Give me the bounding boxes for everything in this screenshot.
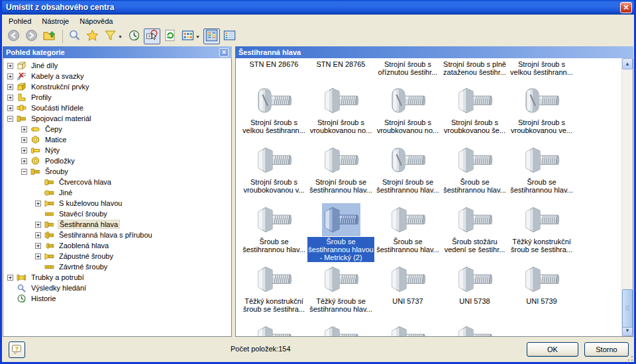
tree-item[interactable]: +Profily — [3, 92, 231, 103]
grid-item[interactable]: STN EN 28765 — [307, 60, 374, 79]
expander-plus-icon[interactable]: + — [7, 105, 13, 111]
expander-plus-icon[interactable]: + — [35, 222, 41, 228]
tree-item[interactable]: +Zaoblená hlava — [3, 240, 231, 251]
tree-item[interactable]: Závrtné šrouby — [3, 261, 231, 272]
tree-item[interactable]: +S kuželovou hlavou — [3, 198, 231, 208]
menu-item-1[interactable]: Nástroje — [36, 16, 74, 26]
grid-item[interactable]: Těžký konstrukčníšroub se šestihra... — [240, 258, 307, 318]
expander-plus-icon[interactable]: + — [7, 275, 13, 281]
tree-item[interactable]: +Šestihranná hlava s přírubou — [3, 230, 231, 240]
expander-plus-icon[interactable]: + — [7, 63, 13, 69]
grid-item[interactable]: Těžký konstrukčníšroub se šestihra... — [508, 199, 575, 258]
grid-item[interactable] — [441, 318, 508, 336]
bolt-icon — [44, 220, 55, 229]
expander-plus-icon[interactable]: + — [7, 73, 13, 79]
grid-item[interactable]: Šroub sešestihrannou hlav... — [374, 199, 441, 258]
grid-item[interactable] — [240, 318, 307, 336]
tree-item[interactable]: +Kabely a svazky — [3, 71, 231, 81]
grid-item[interactable]: UNI 5738 — [441, 258, 508, 318]
expander-minus-icon[interactable]: − — [7, 116, 13, 122]
grid-item[interactable]: Strojní šroub soříznutou šestihr... — [374, 60, 441, 79]
grid-item-label: Strojní šroub svroubkovanou no... — [374, 118, 441, 135]
tree-item[interactable]: +Součásti hřídele — [3, 103, 231, 113]
grid-item[interactable]: Strojní šroub svelkou šestihrann... — [240, 79, 307, 139]
history-button[interactable] — [126, 28, 142, 44]
resize-grip[interactable] — [625, 353, 633, 361]
tree-item[interactable]: −Šrouby — [3, 166, 231, 177]
grid-item[interactable]: Strojní šroub svroubkovanou ve... — [508, 79, 575, 139]
grid-item[interactable]: Strojní šroub s plnězataženou šestihr... — [441, 60, 508, 79]
tree-item[interactable]: Jiné — [3, 187, 231, 198]
tree-item[interactable]: −Spojovací materiál — [3, 113, 231, 124]
expander-plus-icon[interactable]: + — [21, 148, 27, 154]
menu-item-0[interactable]: Pohled — [3, 16, 36, 26]
grid-item[interactable]: Šroub sešestihrannou hlav... — [508, 139, 575, 199]
grid-item[interactable] — [374, 318, 441, 336]
grid-item[interactable]: Těžký šroub sešestihrannou hlav... — [307, 258, 374, 318]
panel-close-icon[interactable]: ✕ — [219, 48, 229, 57]
grid-item[interactable]: Strojní šroub svroubkovanou še... — [441, 79, 508, 139]
tree-item[interactable]: +Nýty — [3, 145, 231, 156]
tree-item[interactable]: +Konstrukční prvky — [3, 81, 231, 92]
grid-item[interactable]: Strojní šroub sešestihrannou hlav... — [374, 139, 441, 199]
tree-item[interactable]: Stavěcí šrouby — [3, 208, 231, 219]
refresh-button[interactable] — [162, 28, 178, 44]
tree-item[interactable]: +Jiné díly — [3, 60, 231, 71]
view-options-button[interactable]: ▼ — [180, 28, 202, 44]
favorites-button[interactable] — [84, 28, 101, 44]
expander-plus-icon[interactable]: + — [7, 95, 13, 101]
scrollbar-track[interactable] — [622, 69, 633, 325]
tree-item[interactable]: +Podložky — [3, 156, 231, 166]
thumbnail-view-button[interactable] — [203, 28, 220, 44]
main-area: Pohled kategorie ✕ +Jiné díly+Kabely a s… — [3, 46, 633, 337]
grid-item[interactable]: Strojní šroub sešestihrannou hlav... — [307, 139, 374, 199]
close-icon[interactable]: ✕ — [620, 2, 632, 13]
grid-item[interactable]: Strojní šroub svelkou šestihrann... — [508, 60, 575, 79]
cancel-button[interactable]: Storno — [584, 342, 629, 357]
scroll-up-icon[interactable]: ▲ — [622, 58, 633, 69]
up-one-level-button[interactable] — [41, 28, 58, 44]
grid-item[interactable]: Strojní šroub svroubokovanou v... — [240, 139, 307, 199]
expander-plus-icon[interactable]: + — [21, 137, 27, 143]
dropdown-arrow-icon[interactable]: ▼ — [118, 34, 123, 39]
grid-item[interactable]: UNI 5737 — [374, 258, 441, 318]
tree-item[interactable]: Čtvercová hlava — [3, 177, 231, 187]
tree-item[interactable]: +Zápustné šrouby — [3, 251, 231, 261]
grid-item[interactable]: UNI 5739 — [508, 258, 575, 318]
grid-item-selected[interactable]: Šroub sešestihrannou hlavou- Metrický (2… — [307, 199, 374, 258]
dropdown-arrow-icon[interactable]: ▼ — [195, 34, 200, 39]
vertical-scrollbar[interactable]: ▲ ▼ — [621, 58, 633, 336]
expander-plus-icon[interactable]: + — [35, 243, 41, 249]
grid-item[interactable]: Šroub stožáruvedení se šestihr... — [441, 199, 508, 258]
ok-button[interactable]: OK — [527, 342, 578, 357]
expander-plus-icon[interactable]: + — [35, 201, 41, 206]
expander-plus-icon[interactable]: + — [7, 84, 13, 90]
tree-item[interactable]: +Šestihranná hlava — [3, 219, 231, 230]
filter-button[interactable]: ▼ — [102, 28, 125, 44]
tree-item[interactable]: +Čepy — [3, 124, 231, 134]
grid-item[interactable]: Strojní šroub svroubkovanou no... — [374, 79, 441, 139]
tree-item[interactable]: +Trubky a potrubí — [3, 272, 231, 283]
expander-plus-icon[interactable]: + — [21, 126, 27, 132]
search-button[interactable] — [66, 28, 83, 44]
grid-item[interactable]: Šroub sešestihrannou hlav... — [240, 199, 307, 258]
tree-item[interactable]: Historie — [3, 293, 231, 304]
help-button[interactable]: ? — [9, 341, 25, 358]
expander-plus-icon[interactable]: + — [21, 158, 27, 164]
tree-item-label: Spojovací materiál — [30, 114, 93, 122]
tree-item[interactable]: Výsledky hledání — [3, 283, 231, 293]
scrollbar-thumb[interactable] — [622, 289, 633, 328]
grid-item[interactable]: STN EN 28676 — [240, 60, 307, 79]
forward-button[interactable] — [23, 28, 40, 44]
grid-item[interactable]: Šroub sešestihrannou hlav... — [441, 139, 508, 199]
menu-item-2[interactable]: Nápověda — [74, 16, 118, 26]
expander-minus-icon[interactable]: − — [21, 169, 27, 175]
tree-item[interactable]: +Matice — [3, 134, 231, 145]
grid-item[interactable] — [307, 318, 374, 336]
expander-plus-icon[interactable]: + — [35, 232, 41, 238]
expander-plus-icon[interactable]: + — [35, 253, 41, 259]
details-view-button[interactable] — [221, 28, 238, 44]
auto-place-button[interactable] — [144, 28, 160, 44]
back-button[interactable] — [5, 28, 22, 44]
grid-item[interactable]: Strojní šroub svroubkovanou no... — [307, 79, 374, 139]
